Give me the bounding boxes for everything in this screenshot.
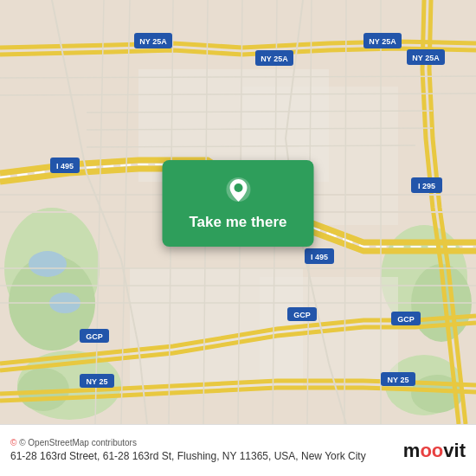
svg-text:NY 25: NY 25	[388, 376, 409, 384]
location-pin-icon	[222, 176, 254, 207]
bottom-bar: © © OpenStreetMap contributors 61-28 163…	[0, 424, 476, 476]
address-block: © © OpenStreetMap contributors 61-28 163…	[10, 438, 395, 464]
address-text: 61-28 163rd Street, 61-28 163rd St, Flus…	[10, 449, 395, 464]
address-line1: 61-28 163rd Street, 61-28 163rd St, Flus…	[10, 450, 236, 462]
svg-point-59	[234, 183, 242, 192]
svg-text:GCP: GCP	[397, 315, 415, 324]
osm-credit-text: © OpenStreetMap contributors	[19, 438, 137, 447]
svg-text:I 295: I 295	[418, 182, 435, 190]
svg-text:GCP: GCP	[86, 332, 103, 341]
svg-text:NY 25: NY 25	[87, 377, 108, 386]
button-overlay: Take me there	[163, 160, 314, 247]
svg-text:GCP: GCP	[293, 311, 311, 319]
moovit-logo-text: moovit	[403, 440, 466, 462]
take-me-there-label: Take me there	[189, 214, 286, 231]
svg-text:NY 25A: NY 25A	[369, 37, 396, 46]
map-container: NY 25A NY 25A NY 25A NY 25A I 495 I 495 …	[0, 0, 476, 424]
svg-text:NY 25A: NY 25A	[139, 37, 167, 46]
svg-text:I 495: I 495	[311, 253, 328, 261]
osm-icon: ©	[10, 438, 16, 447]
osm-credit: © © OpenStreetMap contributors	[10, 438, 395, 447]
svg-text:NY 25A: NY 25A	[261, 55, 288, 63]
svg-text:NY 25A: NY 25A	[412, 54, 440, 62]
take-me-there-button[interactable]: Take me there	[163, 160, 314, 247]
moovit-logo: moovit	[403, 440, 466, 462]
address-line2: 11365, USA, New York City	[240, 450, 366, 462]
svg-text:I 495: I 495	[56, 162, 74, 170]
svg-point-3	[29, 251, 67, 277]
